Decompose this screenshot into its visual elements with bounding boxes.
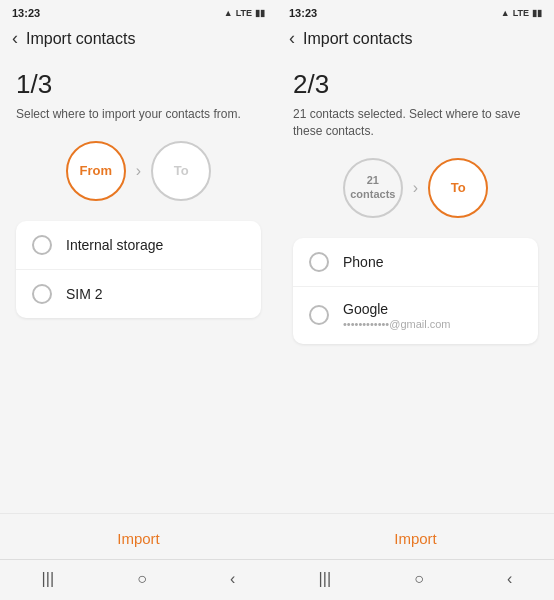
- menu-icon-left[interactable]: |||: [34, 568, 62, 590]
- option-sub-google: ••••••••••••@gmail.com: [343, 318, 451, 330]
- nav-bar-left: ‹ Import contacts: [0, 24, 277, 57]
- menu-icon-right[interactable]: |||: [311, 568, 339, 590]
- from-circle-left[interactable]: From: [66, 141, 126, 201]
- step-desc-right: 21 contacts selected. Select where to sa…: [293, 106, 538, 140]
- step-desc-left: Select where to import your contacts fro…: [16, 106, 261, 123]
- option-google[interactable]: Google ••••••••••••@gmail.com: [293, 287, 538, 344]
- content-right: 2/3 21 contacts selected. Select where t…: [277, 57, 554, 513]
- arrow-left: ›: [136, 162, 141, 180]
- to-circle-right[interactable]: To: [428, 158, 488, 218]
- option-phone[interactable]: Phone: [293, 238, 538, 287]
- option-label-internal: Internal storage: [66, 237, 163, 253]
- nav-title-right: Import contacts: [303, 30, 412, 48]
- back-icon-left[interactable]: ‹: [222, 568, 243, 590]
- nav-title-left: Import contacts: [26, 30, 135, 48]
- radio-internal-storage[interactable]: [32, 235, 52, 255]
- back-icon-right[interactable]: ‹: [499, 568, 520, 590]
- content-left: 1/3 Select where to import your contacts…: [0, 57, 277, 513]
- back-button-right[interactable]: ‹: [289, 28, 295, 49]
- option-sim2[interactable]: SIM 2: [16, 270, 261, 318]
- status-bar-left: 13:23 ▲ LTE ▮▮: [0, 0, 277, 24]
- options-list-left: Internal storage SIM 2: [16, 221, 261, 318]
- radio-sim2[interactable]: [32, 284, 52, 304]
- home-icon-left[interactable]: ○: [129, 568, 155, 590]
- to-circle-left[interactable]: To: [151, 141, 211, 201]
- option-label-sim2: SIM 2: [66, 286, 103, 302]
- bottom-bar-left: Import: [0, 513, 277, 559]
- home-icon-right[interactable]: ○: [406, 568, 432, 590]
- back-button-left[interactable]: ‹: [12, 28, 18, 49]
- radio-google[interactable]: [309, 305, 329, 325]
- panel-left: 13:23 ▲ LTE ▮▮ ‹ Import contacts 1/3 Sel…: [0, 0, 277, 600]
- nav-footer-right: ||| ○ ‹: [277, 559, 554, 600]
- radio-phone[interactable]: [309, 252, 329, 272]
- step-number-left: 1/3: [16, 69, 261, 100]
- step-number-right: 2/3: [293, 69, 538, 100]
- time-left: 13:23: [12, 7, 40, 19]
- option-label-phone: Phone: [343, 254, 383, 270]
- nav-bar-right: ‹ Import contacts: [277, 24, 554, 57]
- status-icons-right: ▲ LTE ▮▮: [501, 8, 542, 18]
- step-flow-left: From › To: [16, 141, 261, 201]
- time-right: 13:23: [289, 7, 317, 19]
- import-button-right[interactable]: Import: [382, 526, 449, 551]
- nav-footer-left: ||| ○ ‹: [0, 559, 277, 600]
- step-flow-right: 21 contacts › To: [293, 158, 538, 218]
- arrow-right: ›: [413, 179, 418, 197]
- option-label-google: Google: [343, 301, 451, 317]
- import-button-left[interactable]: Import: [105, 526, 172, 551]
- status-bar-right: 13:23 ▲ LTE ▮▮: [277, 0, 554, 24]
- from-circle-right[interactable]: 21 contacts: [343, 158, 403, 218]
- options-list-right: Phone Google ••••••••••••@gmail.com: [293, 238, 538, 344]
- option-internal-storage[interactable]: Internal storage: [16, 221, 261, 270]
- panel-right: 13:23 ▲ LTE ▮▮ ‹ Import contacts 2/3 21 …: [277, 0, 554, 600]
- status-icons-left: ▲ LTE ▮▮: [224, 8, 265, 18]
- bottom-bar-right: Import: [277, 513, 554, 559]
